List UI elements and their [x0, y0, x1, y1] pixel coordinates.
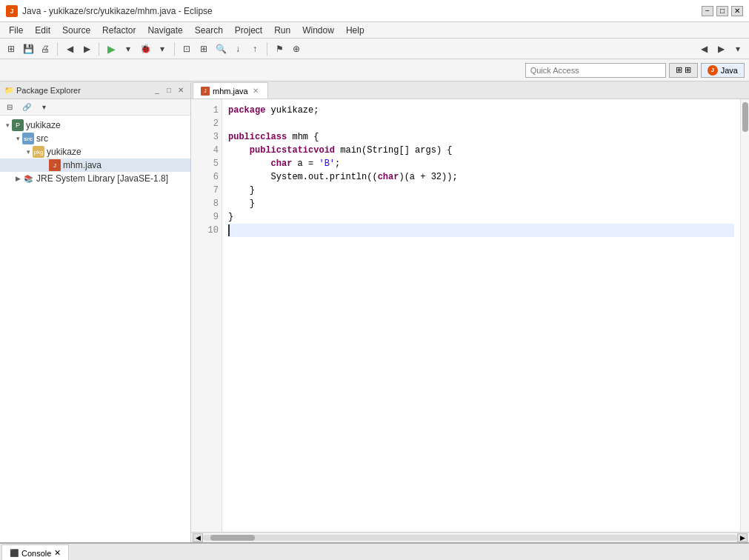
menu-source[interactable]: Source	[56, 22, 96, 39]
lib-icon: 📚	[22, 173, 34, 184]
project-toggle[interactable]: ▾	[3, 121, 12, 130]
code-line-10	[228, 224, 734, 237]
separator-1	[57, 42, 58, 56]
tree-item-package[interactable]: ▾ pkg yukikaze	[0, 145, 190, 159]
pe-view-menu[interactable]: ▾	[36, 99, 52, 116]
menu-navigate[interactable]: Navigate	[142, 22, 188, 39]
main-layout: 📁 Package Explorer _ □ ✕ ⊟ 🔗 ▾ ▾ P yukik…	[0, 81, 749, 542]
menu-window[interactable]: Window	[296, 22, 340, 39]
back-button[interactable]: ◀	[61, 41, 78, 57]
perspective-button[interactable]: ⊞ ⊞	[669, 63, 698, 78]
open-resource-button[interactable]: ⊞	[196, 41, 212, 57]
tab-file-icon: J	[201, 87, 210, 96]
code-line-7: }	[228, 184, 734, 197]
menu-help[interactable]: Help	[340, 22, 370, 39]
package-label: yukikaze	[47, 147, 81, 157]
menu-file[interactable]: File	[3, 22, 29, 39]
minimize-button[interactable]: −	[702, 6, 713, 16]
tab-close-btn[interactable]: ✕	[251, 87, 260, 96]
search-button[interactable]: 🔍	[213, 41, 229, 57]
tree-item-file[interactable]: J mhm.java	[0, 159, 190, 172]
close-button[interactable]: ✕	[731, 6, 743, 16]
pe-tree: ▾ P yukikaze ▾ src src ▾ pkg yukikaze	[0, 116, 190, 542]
java-perspective-label: Java	[721, 66, 738, 75]
src-toggle[interactable]: ▾	[13, 134, 22, 143]
editor-scroll-thumb[interactable]	[742, 102, 748, 132]
line-num-1: 1	[194, 104, 219, 117]
pe-panel-title: Package Explorer	[16, 86, 152, 95]
prev-annotation[interactable]: ↑	[247, 41, 263, 57]
pe-close-btn[interactable]: ✕	[176, 85, 186, 96]
scroll-right-btn[interactable]: ▶	[737, 533, 748, 542]
new-button[interactable]: ⊞	[3, 41, 19, 57]
project-label: yukikaze	[26, 120, 61, 130]
console-tab-label: Console	[21, 549, 51, 558]
java-file-icon: J	[49, 159, 61, 171]
menu-search[interactable]: Search	[189, 22, 229, 39]
run-button[interactable]: ▶	[103, 41, 119, 57]
h-scroll-thumb[interactable]	[210, 535, 255, 541]
editor-scrollbar[interactable]	[740, 99, 749, 532]
nav-forward[interactable]: ▶	[713, 41, 729, 57]
window-controls: − □ ✕	[702, 6, 743, 16]
code-line-5: char a = 'B';	[228, 157, 734, 170]
code-editor[interactable]: package yukikaze; public class mhm { pub…	[222, 99, 740, 532]
save-button[interactable]: 💾	[20, 41, 36, 57]
console-tab-close[interactable]: ✕	[54, 548, 61, 558]
nav-back[interactable]: ◀	[696, 41, 712, 57]
menu-project[interactable]: Project	[229, 22, 268, 39]
pe-maximize-btn[interactable]: □	[164, 85, 174, 96]
line-num-6: 6	[194, 170, 219, 184]
line-num-8: 8	[194, 197, 219, 210]
line-num-2: 2	[194, 117, 219, 130]
tree-item-src[interactable]: ▾ src src	[0, 132, 190, 145]
code-line-2	[228, 117, 734, 130]
maximize-button[interactable]: □	[716, 6, 728, 16]
quick-access-input[interactable]	[525, 63, 666, 78]
project-icon: P	[12, 119, 24, 131]
run-dropdown[interactable]: ▾	[120, 41, 136, 57]
pe-minimize-btn[interactable]: _	[152, 85, 162, 96]
h-scroll-track[interactable]	[203, 535, 737, 541]
line-num-3: 3	[194, 130, 219, 144]
line-num-5: 5	[194, 157, 219, 170]
forward-button[interactable]: ▶	[79, 41, 95, 57]
debug-dropdown[interactable]: ▾	[154, 41, 170, 57]
pe-collapse-all[interactable]: ⊟	[1, 99, 18, 116]
editor-tab-mhm[interactable]: J mhm.java ✕	[193, 82, 268, 99]
tree-item-library[interactable]: ▶ 📚 JRE System Library [JavaSE-1.8]	[0, 172, 190, 185]
package-toggle[interactable]: ▾	[24, 147, 33, 156]
print-button[interactable]: 🖨	[37, 41, 53, 57]
toolbar-group-file: ⊞ 💾 🖨	[3, 41, 53, 57]
code-line-9: }	[228, 210, 734, 224]
menu-edit[interactable]: Edit	[29, 22, 56, 39]
open-type-button[interactable]: ⊡	[179, 41, 195, 57]
bottom-area: ⬛ Console ✕ ⊠ ■ ✕ 📋 📄 🔒 ↩ + 📌 ☰ ▾ _ □ <t…	[0, 542, 749, 560]
line-num-4: 4	[194, 144, 219, 157]
tree-item-project[interactable]: ▾ P yukikaze	[0, 119, 190, 132]
expand-marks[interactable]: ⊕	[288, 41, 304, 57]
toggle-mark[interactable]: ⚑	[271, 41, 287, 57]
separator-2	[99, 42, 99, 56]
src-label: src	[36, 133, 48, 144]
scroll-left-btn[interactable]: ◀	[193, 533, 203, 542]
editor-h-scrollbar[interactable]: ◀ ▶	[191, 532, 749, 542]
debug-button[interactable]: 🐞	[137, 41, 153, 57]
console-tab[interactable]: ⬛ Console ✕	[1, 544, 69, 560]
quick-access-bar: ⊞ ⊞ J Java	[0, 59, 749, 81]
next-annotation[interactable]: ↓	[230, 41, 246, 57]
java-perspective-button[interactable]: J Java	[701, 63, 745, 78]
code-line-4: public static void main(String[] args) {	[228, 144, 734, 157]
line-num-9: 9	[194, 210, 219, 224]
java-perspective-icon: J	[708, 65, 718, 76]
menu-run[interactable]: Run	[268, 22, 296, 39]
menu-refactor[interactable]: Refactor	[96, 22, 142, 39]
separator-4	[267, 42, 267, 56]
file-toggle	[40, 161, 49, 170]
lib-toggle[interactable]: ▶	[13, 174, 22, 183]
nav-dropdown[interactable]: ▾	[730, 41, 746, 57]
pe-link-editor[interactable]: 🔗	[19, 99, 35, 116]
code-line-6: System.out.println((char)(a + 32));	[228, 170, 734, 184]
pe-toolbar: ⊟ 🔗 ▾	[0, 99, 190, 116]
toolbar-group-misc: ⊡ ⊞ 🔍 ↓ ↑	[179, 41, 263, 57]
